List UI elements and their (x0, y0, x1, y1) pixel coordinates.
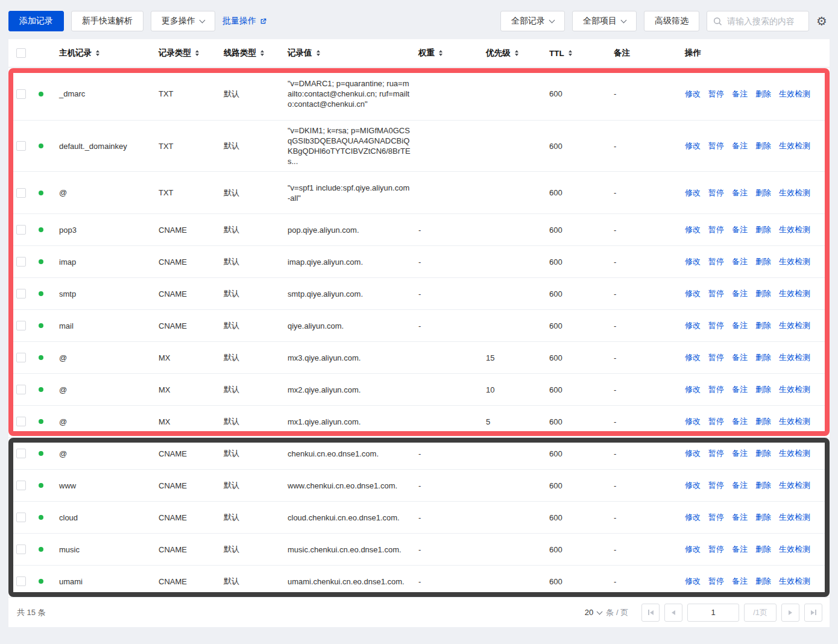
action-link-edit[interactable]: 修改 (685, 576, 701, 587)
action-link-remark[interactable]: 备注 (732, 480, 748, 491)
action-link-delete[interactable]: 删除 (755, 576, 771, 587)
action-link-pause[interactable]: 暂停 (708, 544, 724, 555)
row-checkbox[interactable] (16, 141, 26, 151)
action-link-delete[interactable]: 删除 (755, 288, 771, 299)
action-link-pause[interactable]: 暂停 (708, 448, 724, 459)
action-link-pause[interactable]: 暂停 (708, 224, 724, 235)
row-checkbox[interactable] (16, 576, 26, 586)
action-link-remark[interactable]: 备注 (732, 288, 748, 299)
action-link-delete[interactable]: 删除 (755, 320, 771, 331)
row-checkbox[interactable] (16, 513, 26, 522)
sort-icon[interactable] (515, 50, 518, 56)
action-link-remark[interactable]: 备注 (732, 384, 748, 395)
action-link-effect-check[interactable]: 生效检测 (779, 480, 810, 491)
action-link-remark[interactable]: 备注 (732, 188, 748, 198)
action-link-effect-check[interactable]: 生效检测 (779, 384, 810, 395)
action-link-pause[interactable]: 暂停 (708, 416, 724, 427)
page-size-select[interactable]: 20 条 / 页 (585, 607, 628, 618)
prev-page-button[interactable] (664, 604, 682, 622)
page-input[interactable] (687, 604, 739, 622)
batch-actions-link[interactable]: 批量操作 (222, 16, 267, 27)
action-link-pause[interactable]: 暂停 (708, 140, 724, 151)
advanced-filter-button[interactable]: 高级筛选 (644, 11, 699, 31)
add-record-button[interactable]: 添加记录 (8, 11, 64, 31)
action-link-delete[interactable]: 删除 (755, 512, 771, 523)
action-link-remark[interactable]: 备注 (732, 256, 748, 267)
action-link-effect-check[interactable]: 生效检测 (779, 224, 810, 235)
action-link-pause[interactable]: 暂停 (708, 256, 724, 267)
action-link-delete[interactable]: 删除 (755, 256, 771, 267)
action-link-delete[interactable]: 删除 (755, 384, 771, 395)
action-link-delete[interactable]: 删除 (755, 89, 771, 99)
action-link-pause[interactable]: 暂停 (708, 288, 724, 299)
action-link-effect-check[interactable]: 生效检测 (779, 256, 810, 267)
action-link-effect-check[interactable]: 生效检测 (779, 288, 810, 299)
action-link-delete[interactable]: 删除 (755, 352, 771, 363)
action-link-remark[interactable]: 备注 (732, 89, 748, 99)
sort-icon[interactable] (195, 50, 199, 56)
last-page-button[interactable] (804, 604, 822, 622)
action-link-edit[interactable]: 修改 (685, 416, 701, 427)
action-link-edit[interactable]: 修改 (685, 384, 701, 395)
action-link-edit[interactable]: 修改 (685, 448, 701, 459)
action-link-edit[interactable]: 修改 (685, 89, 701, 99)
row-checkbox[interactable] (16, 289, 26, 298)
row-checkbox[interactable] (16, 449, 26, 458)
action-link-pause[interactable]: 暂停 (708, 352, 724, 363)
action-link-edit[interactable]: 修改 (685, 188, 701, 198)
action-link-edit[interactable]: 修改 (685, 544, 701, 555)
action-link-edit[interactable]: 修改 (685, 352, 701, 363)
action-link-effect-check[interactable]: 生效检测 (779, 544, 810, 555)
action-link-delete[interactable]: 删除 (755, 140, 771, 151)
sort-icon[interactable] (569, 50, 572, 56)
action-link-edit[interactable]: 修改 (685, 320, 701, 331)
next-page-button[interactable] (781, 604, 799, 622)
sort-icon[interactable] (260, 50, 264, 56)
action-link-remark[interactable]: 备注 (732, 416, 748, 427)
action-link-edit[interactable]: 修改 (685, 288, 701, 299)
row-checkbox[interactable] (16, 188, 26, 198)
action-link-effect-check[interactable]: 生效检测 (779, 416, 810, 427)
sort-icon[interactable] (317, 50, 320, 56)
action-link-effect-check[interactable]: 生效检测 (779, 512, 810, 523)
row-checkbox[interactable] (16, 481, 26, 490)
more-actions-dropdown[interactable]: 更多操作 (151, 11, 215, 31)
select-all-checkbox[interactable] (16, 48, 26, 58)
action-link-delete[interactable]: 删除 (755, 416, 771, 427)
action-link-pause[interactable]: 暂停 (708, 512, 724, 523)
action-link-delete[interactable]: 删除 (755, 480, 771, 491)
action-link-delete[interactable]: 删除 (755, 448, 771, 459)
action-link-edit[interactable]: 修改 (685, 140, 701, 151)
row-checkbox[interactable] (16, 417, 26, 426)
action-link-effect-check[interactable]: 生效检测 (779, 320, 810, 331)
sort-icon[interactable] (96, 50, 99, 56)
action-link-pause[interactable]: 暂停 (708, 480, 724, 491)
action-link-pause[interactable]: 暂停 (708, 89, 724, 99)
action-link-effect-check[interactable]: 生效检测 (779, 140, 810, 151)
action-link-remark[interactable]: 备注 (732, 576, 748, 587)
action-link-delete[interactable]: 删除 (755, 188, 771, 198)
row-checkbox[interactable] (16, 545, 26, 554)
action-link-remark[interactable]: 备注 (732, 224, 748, 235)
row-checkbox[interactable] (16, 225, 26, 235)
action-link-pause[interactable]: 暂停 (708, 576, 724, 587)
action-link-remark[interactable]: 备注 (732, 320, 748, 331)
action-link-edit[interactable]: 修改 (685, 512, 701, 523)
action-link-remark[interactable]: 备注 (732, 448, 748, 459)
search-input[interactable] (727, 16, 802, 26)
action-link-pause[interactable]: 暂停 (708, 320, 724, 331)
action-link-pause[interactable]: 暂停 (708, 188, 724, 198)
row-checkbox[interactable] (16, 257, 26, 267)
gear-icon[interactable]: ⚙ (816, 15, 827, 27)
quick-resolve-button[interactable]: 新手快速解析 (71, 11, 143, 31)
action-link-remark[interactable]: 备注 (732, 544, 748, 555)
action-link-effect-check[interactable]: 生效检测 (779, 576, 810, 587)
action-link-effect-check[interactable]: 生效检测 (779, 89, 810, 99)
first-page-button[interactable] (641, 604, 660, 622)
row-checkbox[interactable] (16, 385, 26, 394)
sort-icon[interactable] (439, 50, 443, 56)
all-projects-filter-dropdown[interactable]: 全部项目 (572, 11, 637, 31)
action-link-delete[interactable]: 删除 (755, 224, 771, 235)
action-link-effect-check[interactable]: 生效检测 (779, 188, 810, 198)
action-link-effect-check[interactable]: 生效检测 (779, 448, 810, 459)
